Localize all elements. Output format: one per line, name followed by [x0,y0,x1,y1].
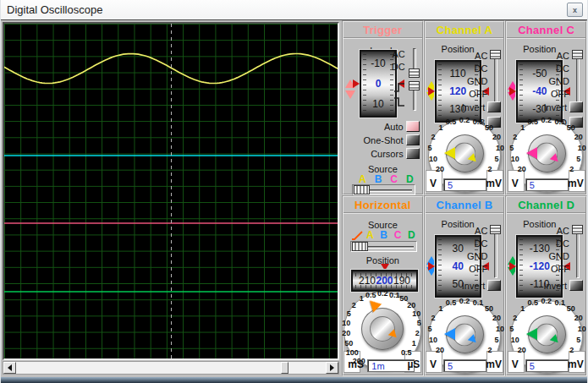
channel-c-invert-button[interactable] [569,101,583,112]
knob-scale-value: 0.5 [527,298,538,307]
channel-a-scale-input[interactable] [443,178,486,191]
knob-scale-value: 20 [492,133,501,141]
level-value: 10 [361,98,395,110]
channel-d-invert-button[interactable] [569,280,583,291]
invert-row: Invert [543,280,583,291]
trigger-header: Trigger [343,22,422,39]
knob-scale-value: 0.2 [541,116,552,124]
knob-scale-value: 0.2 [459,116,470,124]
channel-b-scale-input[interactable] [443,359,486,372]
coupling-dc-label: DC [556,63,569,74]
source-a-label: A [366,229,374,241]
switch-knob[interactable] [490,50,501,59]
channel-c-coupling-switch[interactable] [572,50,583,104]
channel-d-coupling-switch[interactable] [572,225,583,279]
source-b-label: B [375,173,382,185]
source-c-label: C [394,229,402,241]
knob-scale-value: 1 [438,304,442,313]
knob-scale-value: 20 [518,165,526,173]
knob-scale-value: 0.5 [446,118,457,126]
horizontal-source-slider[interactable] [350,241,417,252]
trigger-source-slider[interactable] [352,184,415,195]
channel-b-invert-button[interactable] [487,280,501,291]
level-value-selected: 0 [361,78,395,90]
dial-marker-left [428,87,435,96]
switch-knob[interactable] [409,81,420,90]
scroll-left-icon [8,364,12,371]
scroll-track[interactable] [16,362,326,374]
trigger-slope-switch[interactable] [409,81,420,112]
knob-scale-value: 10 [496,325,504,333]
source-b-label: B [380,229,387,241]
horizontal-panel: Horizontal Source A B C D Position 210 [342,195,424,376]
one-shot-label: One-Shot [364,135,404,145]
scale-pointer-icon [444,328,455,340]
volts-unit-label: V [512,178,519,189]
close-button[interactable]: x [567,3,583,17]
knob-scale-value: 1 [360,294,364,303]
channel-b-coupling-switch[interactable] [490,225,501,279]
cursors-label: Cursors [371,149,404,159]
slider-knob[interactable] [354,185,370,194]
milliseconds-unit-label: mS [348,358,364,370]
knob-scale-value: 50 [485,304,493,313]
one-shot-button[interactable] [406,134,420,145]
auto-button[interactable] [406,121,420,132]
scope-column [1,20,342,377]
knob-scale-value: 10 [511,155,519,163]
horizontal-scrollbar[interactable] [3,361,339,375]
channel-c-header: Channel C [507,22,585,39]
close-icon: x [573,6,577,14]
knob-scale-value: 5 [494,336,498,344]
dial-marker-left [509,262,516,271]
channel-d-scale-input[interactable] [525,359,569,372]
invert-label: Invert [462,102,486,112]
channel-b-header: Channel B [426,197,504,214]
knob-scale-value: 50 [567,304,575,313]
scroll-right-icon [330,364,334,371]
microseconds-unit-label: µS [407,358,420,370]
knob-scale-value: 20 [407,301,415,309]
scroll-thumb[interactable] [281,362,289,374]
knob-scale-value: 10 [342,319,350,327]
knob-scale-value: 5 [427,144,431,152]
coupling-gnd-label: GND [549,76,569,86]
channel-b-scale-knob-area: V mV 0.50.20.1125102050201052 [426,300,503,373]
channel-a-coupling-switch[interactable] [490,50,501,104]
dial-marker-left [353,79,360,88]
coupling-ac-label: AC [475,226,487,236]
switch-knob[interactable] [572,225,583,234]
millivolts-unit-label: mV [486,358,502,370]
cursors-button[interactable] [406,148,420,159]
switch-knob[interactable] [409,68,420,78]
scroll-left-button[interactable] [3,362,16,374]
source-d-label: D [408,229,415,241]
knob-scale-value: 2 [487,346,492,354]
knob-scale-value: 1 [412,339,416,347]
millivolts-unit-label: mV [486,178,502,189]
knob-scale-value: 0.5 [527,118,538,126]
channel-c-scale-input[interactable] [525,178,569,191]
knob-scale-value: 2 [431,133,435,141]
slider-knob[interactable] [352,242,368,251]
knob-scale-value: 0.5 [446,298,457,307]
timebase-knob[interactable] [361,308,404,350]
titlebar[interactable]: Digital Oscilloscope x [1,0,587,20]
trigger-panel: Trigger Level -10 0 10 AC DC [342,20,424,195]
trigger-coupling-switch[interactable] [409,47,420,78]
knob-scale-value: 0.2 [541,297,552,305]
channel-a-header: Channel A [426,22,504,39]
knob-scale-value: 20 [574,314,583,322]
invert-label: Invert [543,102,567,112]
scale-pointer-icon [444,147,455,159]
oscilloscope-window: Digital Oscilloscope x Trigger Level [0,0,588,383]
one-shot-row: One-Shot [364,134,420,145]
invert-label: Invert [543,281,567,291]
trigger-level-dial[interactable]: -10 0 10 [360,50,397,118]
scroll-right-button[interactable] [326,362,338,374]
switch-knob[interactable] [572,50,583,59]
switch-knob[interactable] [490,225,501,234]
channel-d-header: Channel D [507,197,585,214]
channel-a-invert-button[interactable] [487,101,501,112]
window-bottom-border [1,377,587,383]
